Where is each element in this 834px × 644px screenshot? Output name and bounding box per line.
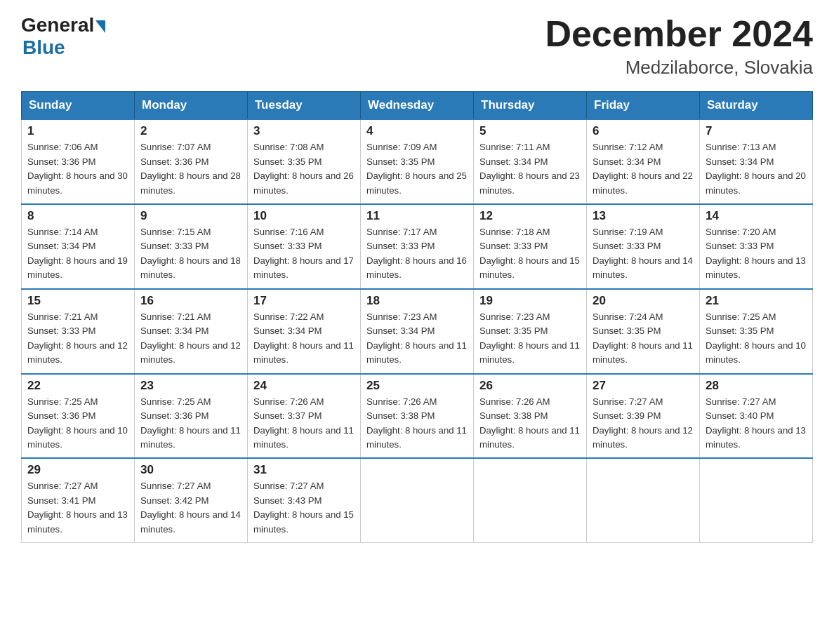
logo-blue-text: Blue	[22, 36, 65, 58]
calendar-week-1: 1Sunrise: 7:06 AMSunset: 3:36 PMDaylight…	[22, 119, 813, 204]
calendar-cell: 16Sunrise: 7:21 AMSunset: 3:34 PMDayligh…	[135, 289, 248, 374]
day-number: 10	[253, 209, 355, 223]
day-info: Sunrise: 7:07 AMSunset: 3:36 PMDaylight:…	[140, 140, 241, 198]
calendar-cell: 10Sunrise: 7:16 AMSunset: 3:33 PMDayligh…	[248, 204, 361, 289]
calendar-cell: 8Sunrise: 7:14 AMSunset: 3:34 PMDaylight…	[22, 204, 135, 289]
day-number: 18	[366, 294, 468, 308]
day-number: 14	[706, 209, 807, 223]
logo-arrow-icon	[95, 20, 105, 33]
calendar-cell	[474, 458, 587, 542]
day-info: Sunrise: 7:26 AMSunset: 3:38 PMDaylight:…	[366, 395, 468, 452]
day-info: Sunrise: 7:22 AMSunset: 3:34 PMDaylight:…	[253, 310, 355, 368]
calendar-cell: 1Sunrise: 7:06 AMSunset: 3:36 PMDaylight…	[22, 119, 135, 204]
col-header-thursday: Thursday	[474, 92, 587, 120]
day-number: 29	[27, 463, 128, 477]
calendar-cell: 3Sunrise: 7:08 AMSunset: 3:35 PMDaylight…	[248, 119, 361, 204]
day-info: Sunrise: 7:21 AMSunset: 3:34 PMDaylight:…	[140, 310, 241, 368]
day-info: Sunrise: 7:08 AMSunset: 3:35 PMDaylight:…	[253, 140, 355, 198]
calendar-cell: 11Sunrise: 7:17 AMSunset: 3:33 PMDayligh…	[361, 204, 474, 289]
day-number: 31	[253, 463, 355, 477]
day-number: 17	[253, 294, 355, 308]
calendar-cell: 5Sunrise: 7:11 AMSunset: 3:34 PMDaylight…	[474, 119, 587, 204]
day-number: 20	[593, 294, 694, 308]
day-number: 8	[27, 209, 128, 223]
day-info: Sunrise: 7:25 AMSunset: 3:36 PMDaylight:…	[140, 395, 241, 452]
col-header-sunday: Sunday	[22, 92, 135, 120]
calendar-cell: 12Sunrise: 7:18 AMSunset: 3:33 PMDayligh…	[474, 204, 587, 289]
calendar-cell: 4Sunrise: 7:09 AMSunset: 3:35 PMDaylight…	[361, 119, 474, 204]
calendar-cell: 30Sunrise: 7:27 AMSunset: 3:42 PMDayligh…	[135, 458, 248, 542]
day-info: Sunrise: 7:17 AMSunset: 3:33 PMDaylight:…	[366, 225, 468, 283]
day-info: Sunrise: 7:21 AMSunset: 3:33 PMDaylight:…	[27, 310, 128, 368]
day-info: Sunrise: 7:27 AMSunset: 3:42 PMDaylight:…	[140, 479, 241, 537]
day-number: 11	[366, 209, 468, 223]
calendar-week-4: 22Sunrise: 7:25 AMSunset: 3:36 PMDayligh…	[22, 374, 813, 459]
logo-general-text: General	[21, 14, 94, 36]
day-info: Sunrise: 7:27 AMSunset: 3:40 PMDaylight:…	[706, 395, 807, 452]
calendar-week-5: 29Sunrise: 7:27 AMSunset: 3:41 PMDayligh…	[22, 458, 813, 542]
calendar-cell: 22Sunrise: 7:25 AMSunset: 3:36 PMDayligh…	[22, 374, 135, 459]
day-info: Sunrise: 7:09 AMSunset: 3:35 PMDaylight:…	[366, 140, 468, 198]
calendar-cell: 20Sunrise: 7:24 AMSunset: 3:35 PMDayligh…	[587, 289, 700, 374]
title-block: December 2024 Medzilaborce, Slovakia	[545, 14, 813, 79]
day-info: Sunrise: 7:27 AMSunset: 3:43 PMDaylight:…	[253, 479, 355, 537]
day-number: 15	[27, 294, 128, 308]
day-info: Sunrise: 7:24 AMSunset: 3:35 PMDaylight:…	[593, 310, 694, 368]
col-header-monday: Monday	[135, 92, 248, 120]
calendar-cell	[700, 458, 813, 542]
calendar-cell: 15Sunrise: 7:21 AMSunset: 3:33 PMDayligh…	[22, 289, 135, 374]
calendar-cell: 7Sunrise: 7:13 AMSunset: 3:34 PMDaylight…	[700, 119, 813, 204]
day-number: 5	[479, 124, 581, 138]
calendar-cell: 23Sunrise: 7:25 AMSunset: 3:36 PMDayligh…	[135, 374, 248, 459]
col-header-wednesday: Wednesday	[361, 92, 474, 120]
day-info: Sunrise: 7:18 AMSunset: 3:33 PMDaylight:…	[479, 225, 581, 283]
day-number: 9	[140, 209, 241, 223]
calendar-cell: 21Sunrise: 7:25 AMSunset: 3:35 PMDayligh…	[700, 289, 813, 374]
day-number: 25	[366, 379, 468, 393]
day-number: 27	[593, 379, 694, 393]
calendar-cell: 13Sunrise: 7:19 AMSunset: 3:33 PMDayligh…	[587, 204, 700, 289]
day-number: 3	[253, 124, 355, 138]
calendar-cell: 14Sunrise: 7:20 AMSunset: 3:33 PMDayligh…	[700, 204, 813, 289]
day-info: Sunrise: 7:27 AMSunset: 3:39 PMDaylight:…	[593, 395, 694, 452]
page-subtitle: Medzilaborce, Slovakia	[545, 57, 813, 79]
day-info: Sunrise: 7:13 AMSunset: 3:34 PMDaylight:…	[706, 140, 807, 198]
day-number: 6	[593, 124, 694, 138]
day-info: Sunrise: 7:12 AMSunset: 3:34 PMDaylight:…	[593, 140, 694, 198]
calendar-cell: 6Sunrise: 7:12 AMSunset: 3:34 PMDaylight…	[587, 119, 700, 204]
day-info: Sunrise: 7:25 AMSunset: 3:36 PMDaylight:…	[27, 395, 128, 452]
calendar-cell: 18Sunrise: 7:23 AMSunset: 3:34 PMDayligh…	[361, 289, 474, 374]
calendar-cell: 25Sunrise: 7:26 AMSunset: 3:38 PMDayligh…	[361, 374, 474, 459]
day-info: Sunrise: 7:16 AMSunset: 3:33 PMDaylight:…	[253, 225, 355, 283]
col-header-friday: Friday	[587, 92, 700, 120]
day-number: 7	[706, 124, 807, 138]
day-info: Sunrise: 7:23 AMSunset: 3:34 PMDaylight:…	[366, 310, 468, 368]
calendar-cell: 9Sunrise: 7:15 AMSunset: 3:33 PMDaylight…	[135, 204, 248, 289]
calendar-cell: 26Sunrise: 7:26 AMSunset: 3:38 PMDayligh…	[474, 374, 587, 459]
calendar-week-2: 8Sunrise: 7:14 AMSunset: 3:34 PMDaylight…	[22, 204, 813, 289]
day-number: 23	[140, 379, 241, 393]
day-number: 4	[366, 124, 468, 138]
calendar-cell: 17Sunrise: 7:22 AMSunset: 3:34 PMDayligh…	[248, 289, 361, 374]
calendar-week-3: 15Sunrise: 7:21 AMSunset: 3:33 PMDayligh…	[22, 289, 813, 374]
day-number: 2	[140, 124, 241, 138]
day-info: Sunrise: 7:15 AMSunset: 3:33 PMDaylight:…	[140, 225, 241, 283]
day-number: 28	[706, 379, 807, 393]
logo: General Blue	[21, 14, 107, 59]
day-info: Sunrise: 7:06 AMSunset: 3:36 PMDaylight:…	[27, 140, 128, 198]
day-number: 22	[27, 379, 128, 393]
day-info: Sunrise: 7:27 AMSunset: 3:41 PMDaylight:…	[27, 479, 128, 537]
calendar-cell	[361, 458, 474, 542]
day-number: 12	[479, 209, 581, 223]
day-info: Sunrise: 7:11 AMSunset: 3:34 PMDaylight:…	[479, 140, 581, 198]
day-info: Sunrise: 7:19 AMSunset: 3:33 PMDaylight:…	[593, 225, 694, 283]
day-info: Sunrise: 7:14 AMSunset: 3:34 PMDaylight:…	[27, 225, 128, 283]
page-header: General Blue December 2024 Medzilaborce,…	[21, 14, 813, 79]
calendar-cell: 28Sunrise: 7:27 AMSunset: 3:40 PMDayligh…	[700, 374, 813, 459]
day-number: 30	[140, 463, 241, 477]
col-header-saturday: Saturday	[700, 92, 813, 120]
day-number: 21	[706, 294, 807, 308]
day-info: Sunrise: 7:25 AMSunset: 3:35 PMDaylight:…	[706, 310, 807, 368]
day-number: 26	[479, 379, 581, 393]
calendar-cell: 24Sunrise: 7:26 AMSunset: 3:37 PMDayligh…	[248, 374, 361, 459]
